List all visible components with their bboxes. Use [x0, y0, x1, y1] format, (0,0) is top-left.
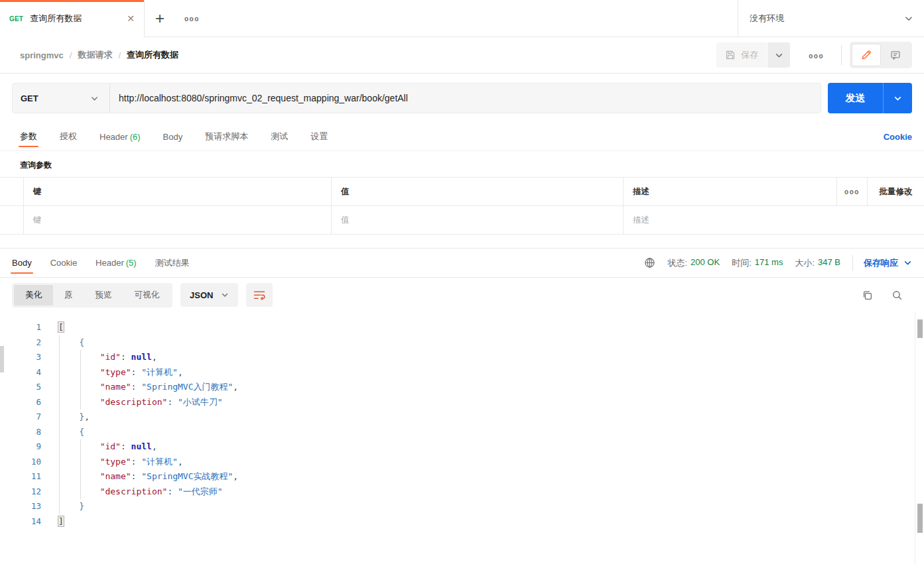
indent-guide	[80, 439, 81, 499]
comment-icon	[890, 50, 901, 60]
request-tab-body[interactable]: Body	[163, 123, 183, 150]
size-value: 347 B	[818, 257, 840, 269]
code-line: "id": null,	[58, 439, 911, 455]
sidebar-drag-handle[interactable]	[0, 346, 4, 372]
request-tabs: 参数授权Header(6)Body预请求脚本测试设置	[20, 123, 328, 150]
postman-window: GET 查询所有数据 ✕ + ooo 没有环境 springmvc / 数据请求…	[0, 0, 924, 564]
request-tab-prerequest[interactable]: 预请求脚本	[205, 123, 248, 150]
breadcrumb-row: springmvc / 数据请求 / 查询所有数据 保存 ooo	[0, 37, 924, 74]
new-tab-button[interactable]: +	[145, 0, 175, 37]
wrap-text-icon	[253, 290, 265, 300]
save-button[interactable]: 保存	[716, 42, 767, 68]
line-number: 9	[0, 439, 42, 455]
floppy-disk-icon	[725, 50, 736, 60]
json-code[interactable]: [ { "id": null, "type": "计算机", "name": "…	[42, 312, 924, 564]
request-tab-headers[interactable]: Header(6)	[99, 123, 141, 150]
view-switcher: 美化原预览可视化	[12, 283, 172, 308]
edit-comment-toggle	[850, 42, 912, 68]
scrollbar-track[interactable]	[915, 312, 924, 564]
view-raw[interactable]: 原	[53, 285, 84, 306]
key-column-header: 键	[24, 178, 332, 205]
code-line: "id": null,	[58, 350, 911, 365]
code-line: "type": "计算机",	[58, 455, 911, 470]
response-tabs: BodyCookieHeader(5)测试结果	[12, 249, 190, 277]
request-tab-settings[interactable]: 设置	[310, 123, 328, 150]
tab-options-button[interactable]: ooo	[175, 0, 209, 37]
url-input[interactable]: http://localhost:8080/springmvc_02_reque…	[110, 84, 821, 113]
line-number: 2	[0, 335, 42, 351]
method-selector[interactable]: GET	[13, 84, 110, 113]
edit-mode-button[interactable]	[852, 44, 881, 66]
view-preview[interactable]: 预览	[84, 285, 123, 306]
breadcrumb-request: 查询所有数据	[127, 49, 178, 61]
response-tab-headers[interactable]: Header(5)	[96, 249, 137, 277]
send-button-group: 发送	[828, 83, 912, 113]
save-button-label: 保存	[741, 49, 758, 61]
open-request-tab[interactable]: GET 查询所有数据 ✕	[0, 0, 145, 37]
send-button[interactable]: 发送	[828, 83, 883, 113]
request-tab-auth[interactable]: 授权	[60, 123, 77, 150]
tab-label: 测试结果	[155, 257, 190, 269]
params-options-button[interactable]: ooo	[836, 178, 867, 205]
url-bar: GET http://localhost:8080/springmvc_02_r…	[0, 74, 924, 123]
url-group: GET http://localhost:8080/springmvc_02_r…	[12, 83, 821, 113]
key-input[interactable]: 键	[24, 206, 332, 234]
response-tab-body[interactable]: Body	[12, 249, 32, 277]
code-line: "type": "计算机",	[58, 365, 911, 380]
tab-label: 授权	[60, 131, 77, 142]
more-options-icon: ooo	[844, 188, 860, 196]
copy-button[interactable]	[862, 290, 873, 301]
scrollbar-thumb[interactable]	[917, 319, 923, 338]
line-number: 4	[0, 365, 42, 380]
pencil-icon	[861, 50, 872, 60]
request-actions: 保存 ooo	[716, 42, 912, 68]
tab-label: 预请求脚本	[205, 131, 248, 142]
row-checkbox-cell[interactable]	[0, 206, 24, 234]
indent-guide	[80, 350, 81, 410]
params-entry-row: 键 值 描述	[0, 206, 924, 234]
tab-label: Header	[99, 132, 128, 142]
comments-button[interactable]	[881, 44, 910, 66]
cookie-link[interactable]: Cookie	[884, 132, 912, 142]
description-input[interactable]: 描述	[624, 206, 924, 234]
scrollbar-thumb[interactable]	[917, 504, 923, 533]
size-label: 大小:	[795, 257, 815, 269]
breadcrumb-collection[interactable]: springmvc	[20, 50, 64, 60]
response-body-viewer: 1234567891011121314 [ { "id": null, "typ…	[0, 312, 924, 564]
search-button[interactable]	[891, 290, 903, 301]
request-tab-params[interactable]: 参数	[20, 123, 37, 150]
request-more-button[interactable]: ooo	[803, 45, 829, 65]
line-number: 14	[0, 514, 42, 530]
value-input[interactable]: 值	[332, 206, 624, 234]
params-header-row: 键 值 描述 ooo 批量修改	[0, 178, 924, 206]
wrap-text-button[interactable]	[246, 283, 273, 307]
line-number: 12	[0, 484, 42, 500]
code-line: },	[58, 410, 911, 425]
select-all-cell[interactable]	[0, 178, 24, 205]
line-number: 8	[0, 425, 42, 440]
status-value: 200 OK	[691, 257, 720, 269]
chevron-down-icon	[90, 94, 99, 103]
query-params-title: 查询参数	[0, 151, 924, 177]
send-options-button[interactable]	[883, 83, 912, 113]
tab-label: Body	[163, 132, 183, 142]
response-tab-test-results[interactable]: 测试结果	[155, 249, 190, 277]
code-line: {	[58, 335, 911, 351]
save-response-button[interactable]: 保存响应	[864, 257, 912, 269]
bulk-edit-button[interactable]: 批量修改	[867, 178, 924, 205]
request-tab-tests[interactable]: 测试	[271, 123, 288, 150]
chevron-down-icon	[893, 94, 902, 103]
environment-selector[interactable]: 没有环境	[738, 0, 924, 37]
view-pretty[interactable]: 美化	[14, 285, 53, 306]
divider	[841, 45, 842, 65]
line-number: 6	[0, 395, 42, 410]
close-tab-icon[interactable]: ✕	[127, 14, 135, 23]
view-visualize[interactable]: 可视化	[123, 285, 171, 306]
response-tab-cookie[interactable]: Cookie	[50, 249, 77, 277]
indent-guide	[59, 335, 60, 514]
save-options-button[interactable]	[767, 42, 790, 68]
format-selector[interactable]: JSON	[180, 283, 238, 307]
line-number: 3	[0, 350, 42, 365]
line-number: 5	[0, 380, 42, 395]
breadcrumb-folder[interactable]: 数据请求	[78, 49, 112, 61]
